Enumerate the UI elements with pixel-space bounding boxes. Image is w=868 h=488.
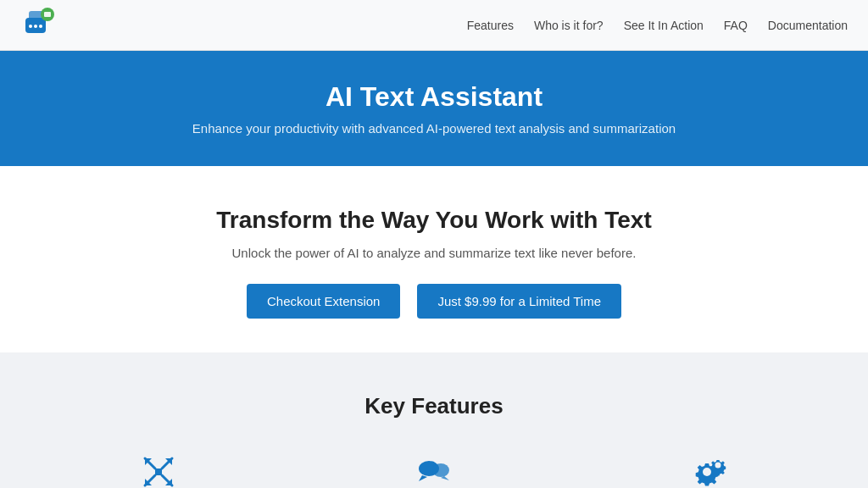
cta-heading: Transform the Way You Work with Text xyxy=(20,207,848,234)
svg-point-4 xyxy=(29,25,32,28)
hero-subtitle: Enhance your productivity with advanced … xyxy=(20,121,848,136)
cta-section: Transform the Way You Work with Text Unl… xyxy=(0,166,868,352)
logo[interactable] xyxy=(20,6,59,45)
comments-icon xyxy=(309,450,559,488)
nav-see-action[interactable]: See It In Action xyxy=(624,19,704,32)
svg-point-5 xyxy=(34,25,37,28)
navigation: Features Who is it for? See It In Action… xyxy=(0,0,868,51)
svg-point-6 xyxy=(39,25,42,28)
nav-faq[interactable]: FAQ xyxy=(724,19,748,32)
svg-marker-17 xyxy=(419,475,427,481)
features-grid: Automatic Text Summarization Summarize l… xyxy=(34,450,834,488)
nav-links: Features Who is it for? See It In Action… xyxy=(467,18,848,33)
cta-description: Unlock the power of AI to analyze and su… xyxy=(20,246,848,260)
svg-rect-15 xyxy=(155,469,162,475)
checkout-extension-button[interactable]: Checkout Extension xyxy=(247,284,400,319)
cta-buttons: Checkout Extension Just $9.99 for a Limi… xyxy=(20,284,848,319)
features-section: Key Features Automatic Text Summarizat xyxy=(0,352,868,488)
nav-features[interactable]: Features xyxy=(467,19,514,32)
hero-title: AI Text Assistant xyxy=(20,81,848,113)
svg-point-21 xyxy=(703,468,711,476)
feature-settings: Customizable Settings Adjust parameters … xyxy=(584,450,834,488)
svg-point-18 xyxy=(432,463,449,477)
feature-summarization: Automatic Text Summarization Summarize l… xyxy=(34,450,284,488)
summarization-icon xyxy=(34,450,284,488)
svg-rect-3 xyxy=(44,12,51,17)
svg-point-23 xyxy=(715,463,721,469)
pricing-button[interactable]: Just $9.99 for a Limited Time xyxy=(417,284,621,319)
logo-icon xyxy=(20,6,59,45)
hero-section: AI Text Assistant Enhance your productiv… xyxy=(0,51,868,166)
nav-who[interactable]: Who is it for? xyxy=(534,19,604,32)
settings-icon xyxy=(584,450,834,488)
features-heading: Key Features xyxy=(34,393,834,419)
feature-comments: Intelligent Comment Generation Create un… xyxy=(309,450,559,488)
nav-docs[interactable]: Documentation xyxy=(768,19,848,32)
